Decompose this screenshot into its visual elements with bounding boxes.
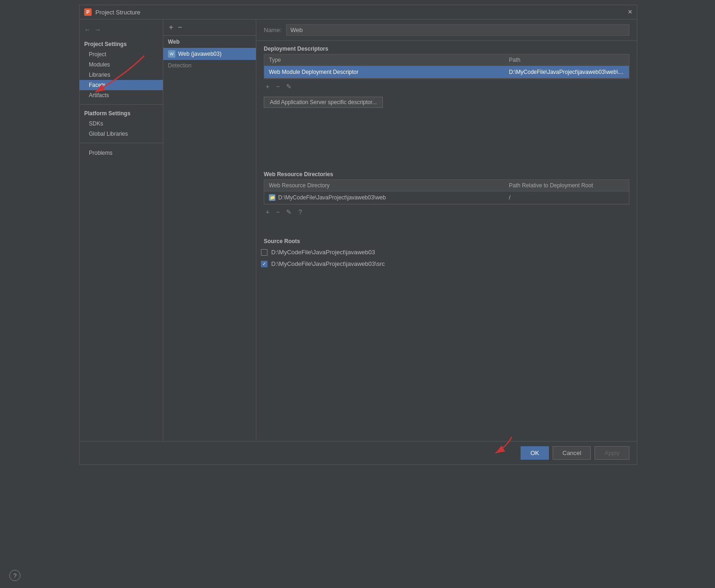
close-button[interactable]: ×	[628, 8, 632, 16]
help-button[interactable]: ?	[9, 570, 20, 581]
sidebar-item-global-libraries[interactable]: Global Libraries	[80, 129, 163, 139]
source-root-path-1: D:\MyCodeFile\JavaProject\javaweb03\src	[271, 260, 385, 267]
sidebar-item-libraries[interactable]: Libraries	[80, 70, 163, 80]
name-label: Name:	[264, 26, 281, 33]
wrd-add-button[interactable]: +	[264, 207, 271, 217]
sidebar-nav: ← →	[80, 24, 163, 37]
web-facet-icon: W	[168, 50, 175, 58]
sidebar-divider	[80, 104, 163, 105]
dd-cell-path-0: D:\MyCodeFile\JavaProject\javaweb03\web\…	[504, 66, 629, 78]
dialog-body: ← → Project Settings Project Modules Lib…	[80, 20, 637, 441]
middle-toolbar: + −	[163, 20, 256, 36]
ok-button[interactable]: OK	[521, 446, 549, 460]
main-content: Name: Deployment Descriptors Type Path W…	[256, 20, 637, 441]
app-icon: P	[84, 8, 92, 16]
dd-edit-button[interactable]: ✎	[284, 82, 294, 91]
nav-back-arrow[interactable]: ←	[84, 26, 91, 33]
sidebar-item-problems[interactable]: Problems	[80, 147, 163, 158]
dd-col-path: Path	[504, 54, 629, 66]
wrd-cell-path-0: /	[504, 192, 629, 204]
web-section-label: Web	[163, 36, 256, 48]
wrd-col-dir: Web Resource Directory	[264, 180, 504, 191]
source-roots-header: Source Roots	[256, 233, 637, 246]
wrd-table-head: Web Resource Directory Path Relative to …	[264, 180, 629, 192]
dd-toolbar: + − ✎	[256, 79, 637, 94]
dd-add-button[interactable]: +	[264, 82, 271, 91]
wrd-cell-dir-path: D:\MyCodeFile\JavaProject\javaweb03\web	[278, 194, 386, 201]
dd-empty-area	[256, 111, 637, 166]
sidebar-item-facets[interactable]: Facets	[80, 80, 163, 90]
wrd-help-button[interactable]: ?	[296, 207, 304, 217]
deployment-descriptors-header: Deployment Descriptors	[256, 41, 637, 54]
platform-settings-label: Platform Settings	[80, 108, 163, 119]
dialog-footer: OK Cancel Apply	[80, 441, 637, 464]
middle-panel: + − Web W Web (javaweb03) Detection	[163, 20, 256, 441]
sidebar-item-artifacts[interactable]: Artifacts	[80, 90, 163, 100]
project-structure-dialog: P Project Structure × ← → Project Settin…	[79, 5, 637, 465]
name-input[interactable]	[286, 24, 629, 36]
dd-cell-type-0: Web Module Deployment Descriptor	[264, 66, 504, 78]
remove-facet-button[interactable]: −	[177, 23, 183, 32]
wrd-row-0[interactable]: 📁 D:\MyCodeFile\JavaProject\javaweb03\we…	[264, 192, 629, 204]
nav-forward-arrow[interactable]: →	[94, 26, 101, 33]
wrd-edit-button[interactable]: ✎	[284, 207, 294, 217]
dialog-title: Project Structure	[95, 9, 140, 16]
sidebar-item-modules[interactable]: Modules	[80, 59, 163, 70]
sidebar-divider-2	[80, 143, 163, 143]
source-root-checkbox-1[interactable]	[261, 261, 267, 267]
web-resource-dirs-table: Web Resource Directory Path Relative to …	[264, 179, 629, 205]
apply-button[interactable]: Apply	[595, 446, 629, 460]
dd-table-head: Type Path	[264, 54, 629, 66]
wrd-folder-icon: 📁	[269, 194, 275, 201]
title-bar: P Project Structure ×	[80, 5, 637, 20]
cancel-button[interactable]: Cancel	[553, 446, 591, 460]
source-root-path-0: D:\MyCodeFile\JavaProject\javaweb03	[271, 249, 375, 256]
web-resource-dirs-header: Web Resource Directories	[256, 166, 637, 179]
title-bar-left: P Project Structure	[84, 8, 140, 16]
source-root-checkbox-0[interactable]	[261, 249, 267, 256]
dd-remove-button[interactable]: −	[274, 82, 281, 91]
dd-col-type: Type	[264, 54, 504, 66]
middle-item-web[interactable]: W Web (javaweb03)	[163, 48, 256, 60]
add-facet-button[interactable]: +	[168, 23, 174, 32]
name-header: Name:	[256, 20, 637, 41]
detection-label: Detection	[163, 60, 256, 71]
source-root-item-1: D:\MyCodeFile\JavaProject\javaweb03\src	[256, 258, 637, 270]
project-settings-label: Project Settings	[80, 39, 163, 49]
wrd-col-path: Path Relative to Deployment Root	[504, 180, 629, 191]
sidebar-item-project[interactable]: Project	[80, 49, 163, 59]
web-item-label: Web (javaweb03)	[178, 51, 221, 57]
wrd-cell-dir-0: 📁 D:\MyCodeFile\JavaProject\javaweb03\we…	[264, 192, 504, 204]
add-descriptor-toolbar: Add Application Server specific descript…	[256, 94, 637, 111]
wrd-toolbar: + − ✎ ?	[256, 205, 637, 219]
wrd-remove-button[interactable]: −	[274, 207, 281, 217]
deployment-descriptors-table: Type Path Web Module Deployment Descript…	[264, 54, 629, 79]
wrd-spacer	[256, 219, 637, 233]
dd-row-0[interactable]: Web Module Deployment Descriptor D:\MyCo…	[264, 66, 629, 79]
sidebar: ← → Project Settings Project Modules Lib…	[80, 20, 163, 441]
sidebar-item-sdks[interactable]: SDKs	[80, 119, 163, 129]
source-root-item-0: D:\MyCodeFile\JavaProject\javaweb03	[256, 246, 637, 258]
add-app-server-descriptor-button[interactable]: Add Application Server specific descript…	[264, 97, 383, 108]
